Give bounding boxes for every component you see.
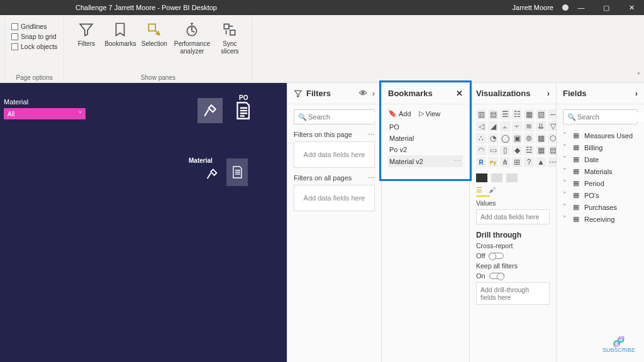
close-button[interactable]: ✕: [619, 4, 644, 12]
slicer-title: Material: [4, 98, 86, 106]
viz-funnel[interactable]: ▽: [548, 121, 556, 131]
viz-gauge[interactable]: ◠: [476, 145, 486, 155]
bookmark-item[interactable]: Material: [388, 133, 463, 144]
viz-clustered-column[interactable]: ☷: [512, 109, 522, 119]
viz-decomp[interactable]: ⊞: [512, 157, 522, 167]
close-icon[interactable]: ✕: [456, 89, 463, 98]
selection-pane-button[interactable]: Selection: [138, 20, 170, 48]
perf-analyzer-button[interactable]: Performance analyzer: [172, 20, 211, 55]
main-area: Material All ˅ PO Material Filters: [0, 83, 644, 362]
viz-table[interactable]: ▦: [536, 145, 546, 155]
tile-hammer-small[interactable]: [203, 165, 221, 184]
viz-clustered-bar[interactable]: ☰: [500, 109, 510, 119]
field-table[interactable]: ˅▦Measures Used: [563, 129, 638, 141]
field-table[interactable]: ˅▦Billing: [563, 141, 638, 153]
viz-multi-card[interactable]: ▯: [500, 145, 510, 155]
snap-checkbox[interactable]: Snap to grid: [11, 33, 57, 40]
viz-area[interactable]: ◁: [476, 121, 486, 131]
viz-kpi[interactable]: ◆: [512, 145, 522, 155]
fields-search-input[interactable]: [576, 112, 644, 121]
field-table[interactable]: ˅▦Purchases: [563, 201, 638, 213]
bookmark-item[interactable]: PO: [388, 121, 463, 133]
slicer-dropdown[interactable]: All ˅: [4, 108, 86, 119]
field-table[interactable]: ˅▦Date: [563, 153, 638, 165]
ribbon-collapse-icon[interactable]: ˄: [637, 72, 640, 79]
viz-stacked-bar[interactable]: ▥: [476, 109, 486, 119]
analytics-tab-icon[interactable]: [506, 173, 518, 182]
viz-waterfall[interactable]: ⇊: [536, 121, 546, 131]
bookmark-add-button[interactable]: 🔖Add: [388, 109, 411, 118]
bookmark-item[interactable]: Po v2: [388, 144, 463, 155]
chevron-right-icon[interactable]: ›: [547, 89, 550, 98]
more-icon[interactable]: ⋯: [454, 157, 462, 165]
viz-slicer[interactable]: ☳: [524, 145, 534, 155]
gridlines-checkbox[interactable]: Gridlines: [11, 23, 47, 30]
viz-line-clustered[interactable]: ⫟: [512, 121, 522, 131]
viz-filled-map[interactable]: ▩: [536, 133, 546, 143]
tile-hammer-large[interactable]: [197, 98, 223, 123]
tile-po-small[interactable]: [226, 158, 248, 186]
user-name: Jarrett Moore: [513, 4, 553, 11]
fields-icon[interactable]: ☰: [476, 186, 482, 194]
field-table[interactable]: ˅▦Materials: [563, 165, 638, 177]
viz-pie[interactable]: ◔: [488, 133, 498, 143]
more-icon[interactable]: ⋯: [368, 131, 375, 139]
material-slicer[interactable]: Material All ˅: [4, 98, 86, 119]
bookmarks-pane-button[interactable]: Bookmarks: [104, 20, 136, 48]
viz-shape-map[interactable]: ⬡: [548, 133, 556, 143]
viz-100-column[interactable]: ▧: [536, 109, 546, 119]
viz-treemap[interactable]: ▣: [512, 133, 522, 143]
viz-py[interactable]: Py: [488, 157, 498, 167]
lock-checkbox[interactable]: Lock objects: [11, 43, 57, 50]
gridlines-label: Gridlines: [21, 23, 47, 30]
show-panes-group-label: Show panes: [70, 73, 245, 81]
sync-slicers-button[interactable]: Sync slicers: [214, 20, 245, 55]
table-icon: ▦: [573, 131, 580, 140]
cross-report-toggle[interactable]: Off: [476, 252, 550, 260]
field-table[interactable]: ˅▦Receiving: [563, 213, 638, 225]
fields-search[interactable]: 🔍: [563, 109, 638, 124]
chevron-right-icon[interactable]: ›: [635, 89, 638, 98]
viz-key-influencer[interactable]: ⋔: [500, 157, 510, 167]
viz-map[interactable]: ⊚: [524, 133, 534, 143]
eye-icon[interactable]: 👁: [359, 89, 367, 98]
viz-stacked-area[interactable]: ◢: [488, 121, 498, 131]
maximize-button[interactable]: ▢: [594, 4, 619, 12]
viz-donut[interactable]: ◯: [500, 133, 510, 143]
values-well[interactable]: Add data fields here: [476, 209, 550, 224]
format-tab-icon[interactable]: [491, 173, 502, 182]
format-icon[interactable]: 🖌: [489, 186, 496, 194]
filters-page-well[interactable]: Add data fields here: [294, 141, 375, 168]
field-table[interactable]: ˅▦PO's: [563, 189, 638, 201]
fields-tab-icon[interactable]: [476, 173, 487, 182]
viz-matrix[interactable]: ▤: [548, 145, 556, 155]
viz-line-column[interactable]: ⫠: [500, 121, 510, 131]
drill-well[interactable]: Add drill-through fields here: [476, 282, 550, 305]
filters-pane-button[interactable]: Filters: [70, 20, 102, 48]
viz-import[interactable]: ⋯: [548, 157, 556, 167]
viz-qna[interactable]: ?: [524, 157, 534, 167]
viz-ribbon[interactable]: ≋: [524, 121, 534, 131]
viz-100-bar[interactable]: ▦: [524, 109, 534, 119]
viz-scatter[interactable]: ∴: [476, 133, 486, 143]
filters-search[interactable]: 🔍: [294, 109, 375, 124]
filters-search-input[interactable]: [307, 112, 381, 121]
field-table[interactable]: ˅▦Period: [563, 177, 638, 189]
viz-stacked-column[interactable]: ▤: [488, 109, 498, 119]
viz-line[interactable]: ─: [548, 109, 556, 119]
bookmark-item-selected[interactable]: Material v2⋯: [388, 155, 463, 167]
report-canvas[interactable]: Material All ˅ PO Material: [0, 83, 287, 362]
chevron-right-icon[interactable]: ›: [372, 89, 375, 98]
more-icon[interactable]: ⋯: [368, 174, 375, 182]
viz-arcgis[interactable]: ▲: [536, 157, 546, 167]
viz-card[interactable]: ▭: [488, 145, 498, 155]
avatar[interactable]: [562, 4, 569, 11]
minimize-button[interactable]: —: [569, 4, 594, 11]
tile-po-large[interactable]: [230, 98, 255, 123]
filters-all-well[interactable]: Add data fields here: [294, 185, 375, 211]
fields-title: Fields: [563, 89, 587, 98]
bookmark-view-button[interactable]: ▷View: [419, 109, 441, 118]
keep-filters-toggle[interactable]: On: [476, 272, 550, 280]
viz-r[interactable]: R: [476, 157, 486, 167]
table-icon: ▦: [573, 167, 580, 175]
